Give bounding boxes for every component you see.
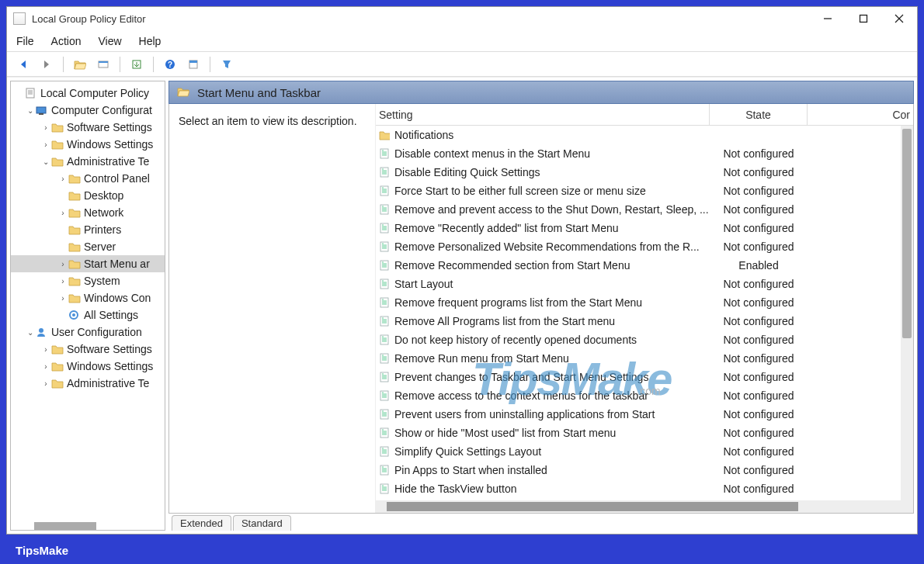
export-button[interactable] xyxy=(127,54,147,74)
table-row[interactable]: Remove frequent programs list from the S… xyxy=(376,293,913,312)
expander-icon[interactable]: › xyxy=(40,123,51,132)
table-row[interactable]: Remove Run menu from Start MenuNot confi… xyxy=(376,349,913,368)
table-row[interactable]: Prevent users from uninstalling applicat… xyxy=(376,405,913,424)
tree-node-label: Control Panel xyxy=(84,172,150,185)
expander-icon[interactable]: › xyxy=(57,260,68,268)
horizontal-scrollbar[interactable] xyxy=(376,500,913,513)
tree-node[interactable]: Local Computer Policy xyxy=(11,85,165,102)
tree-node[interactable]: Server xyxy=(11,238,165,255)
tree-node[interactable]: ›Administrative Te xyxy=(11,375,165,392)
tree-node[interactable]: ›Software Settings xyxy=(11,341,165,358)
expander-icon[interactable]: › xyxy=(40,362,51,371)
tree-node[interactable]: ›Start Menu ar xyxy=(11,255,165,272)
table-row[interactable]: Show or hide "Most used" list from Start… xyxy=(376,424,913,442)
table-row[interactable]: Pin Apps to Start when installedNot conf… xyxy=(376,461,913,479)
policy-icon xyxy=(377,279,391,289)
policy-icon xyxy=(377,427,391,438)
scrollbar-thumb[interactable] xyxy=(387,502,798,511)
back-button[interactable] xyxy=(13,54,33,74)
table-row[interactable]: Force Start to be either full screen siz… xyxy=(376,182,913,200)
expander-icon[interactable]: ⌄ xyxy=(25,328,36,337)
table-row[interactable]: Prevent changes to Taskbar and Start Men… xyxy=(376,368,913,386)
state-label: Not configured xyxy=(710,296,808,309)
description-column: Select an item to view its description. xyxy=(169,104,376,513)
menu-help[interactable]: Help xyxy=(139,35,162,47)
expander-icon[interactable]: ⌄ xyxy=(25,106,36,115)
tree-node[interactable]: ›Windows Settings xyxy=(11,358,165,375)
table-row[interactable]: Remove Recommended section from Start Me… xyxy=(376,256,913,275)
tree-node-label: All Settings xyxy=(84,309,138,321)
setting-label: Show or hide "Most used" list from Start… xyxy=(394,427,710,439)
menu-view[interactable]: View xyxy=(98,35,121,47)
table-row[interactable]: Hide the TaskView buttonNot configured xyxy=(376,479,913,498)
filter-button[interactable] xyxy=(217,54,237,74)
close-button[interactable] xyxy=(881,7,917,30)
tree-node[interactable]: ›Windows Con xyxy=(11,289,165,306)
scrollbar-thumb[interactable] xyxy=(902,129,912,338)
table-row[interactable]: Simplify Quick Settings LayoutNot config… xyxy=(376,442,913,461)
policy-icon xyxy=(377,204,391,215)
view-tabs: Extended Standard xyxy=(168,514,914,531)
menu-file[interactable]: File xyxy=(16,35,34,47)
toolbar xyxy=(7,52,917,77)
tree-node[interactable]: ›Network xyxy=(11,204,165,221)
table-row[interactable]: Remove access to the context menus for t… xyxy=(376,386,913,405)
tree-node-label: Software Settings xyxy=(67,121,152,133)
show-hide-button[interactable] xyxy=(93,54,113,74)
setting-label: Remove "Recently added" list from Start … xyxy=(394,222,710,234)
window-controls xyxy=(810,7,917,30)
column-header-state[interactable]: State xyxy=(710,104,808,125)
expander-icon[interactable]: › xyxy=(57,294,68,303)
expander-icon[interactable]: ⌄ xyxy=(40,157,51,166)
up-button[interactable] xyxy=(70,54,90,74)
state-label: Not configured xyxy=(710,445,808,458)
expander-icon[interactable]: › xyxy=(57,175,68,183)
policy-icon xyxy=(377,260,391,271)
setting-label: Remove Personalized Website Recommendati… xyxy=(394,240,710,253)
policy-icon xyxy=(377,241,391,252)
expander-icon[interactable]: › xyxy=(57,209,68,217)
column-header-setting[interactable]: Setting xyxy=(376,104,710,125)
help-button[interactable] xyxy=(160,54,180,74)
tree-node-label: Windows Settings xyxy=(67,138,153,151)
expander-icon[interactable]: › xyxy=(40,345,51,354)
expander-icon[interactable]: › xyxy=(57,277,68,285)
setting-label: Do not keep history of recently opened d… xyxy=(394,334,710,346)
table-row[interactable]: Do not keep history of recently opened d… xyxy=(376,330,913,349)
expander-icon[interactable]: › xyxy=(40,140,51,149)
minimize-button[interactable] xyxy=(810,7,846,30)
table-row[interactable]: Disable Editing Quick SettingsNot config… xyxy=(376,163,913,182)
tree-node[interactable]: ›Control Panel xyxy=(11,170,165,187)
table-row[interactable]: Remove Personalized Website Recommendati… xyxy=(376,237,913,256)
properties-button[interactable] xyxy=(183,54,203,74)
tree-node[interactable]: All Settings xyxy=(11,306,165,324)
tree-node[interactable]: ⌄Computer Configurat xyxy=(11,102,165,119)
tree-node[interactable]: ›Windows Settings xyxy=(11,136,165,153)
tree-node[interactable]: ›System xyxy=(11,272,165,289)
table-row[interactable]: Start LayoutNot configured xyxy=(376,275,913,293)
tree-node[interactable]: ⌄Administrative Te xyxy=(11,153,165,170)
tab-extended[interactable]: Extended xyxy=(172,515,231,531)
setting-label: Force Start to be either full screen siz… xyxy=(394,185,710,197)
table-row[interactable]: Remove and prevent access to the Shut Do… xyxy=(376,200,913,219)
forward-button[interactable] xyxy=(36,54,57,74)
gpedit-window: Local Group Policy Editor File Action Vi… xyxy=(6,6,918,535)
expander-icon[interactable]: › xyxy=(40,379,51,388)
folder-icon xyxy=(51,378,64,389)
tree-node[interactable]: ›Software Settings xyxy=(11,119,165,136)
column-header-comment[interactable]: Cor xyxy=(808,104,913,125)
table-row[interactable]: Disable context menus in the Start MenuN… xyxy=(376,144,913,163)
policy-icon xyxy=(377,297,391,308)
menu-action[interactable]: Action xyxy=(51,35,82,47)
tree-node[interactable]: ⌄User Configuration xyxy=(11,324,165,341)
tree-node[interactable]: Desktop xyxy=(11,187,165,204)
vertical-scrollbar[interactable] xyxy=(901,126,913,500)
tree-node[interactable]: Printers xyxy=(11,221,165,238)
tab-standard[interactable]: Standard xyxy=(233,515,291,531)
maximize-button[interactable] xyxy=(846,7,881,30)
table-row[interactable]: Remove All Programs list from the Start … xyxy=(376,312,913,330)
user-icon xyxy=(36,327,48,337)
table-row[interactable]: Notifications xyxy=(376,126,913,144)
table-row[interactable]: Remove "Recently added" list from Start … xyxy=(376,219,913,237)
tree-horizontal-scrollbar[interactable] xyxy=(34,522,96,530)
